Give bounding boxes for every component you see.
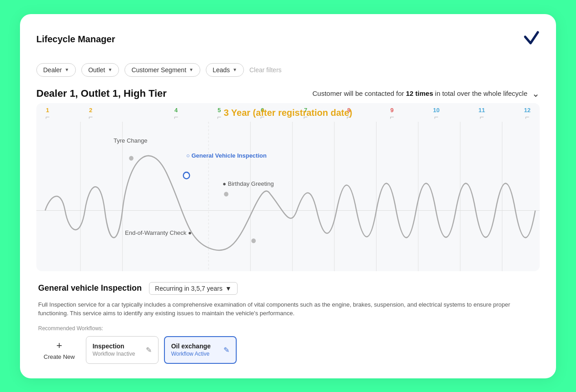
bottom-section: General vehicle Inspection Recurring in …: [36, 282, 540, 364]
recurring-chevron-icon: ▼: [225, 285, 232, 292]
inspection-workflow-name: Inspection: [93, 342, 135, 350]
svg-point-11: [129, 156, 134, 160]
inspection-workflow-card[interactable]: Inspection Workflow Inactive ✎: [86, 336, 159, 364]
oil-exchange-edit-icon[interactable]: ✎: [223, 346, 229, 354]
chart-area: 3 Year (after registration date) 1 ⌐ 2 ⌐…: [36, 103, 540, 271]
leads-chevron-icon: ▼: [233, 67, 237, 72]
clear-filters-button[interactable]: Clear filters: [249, 66, 282, 74]
inspection-header: General vehicle Inspection Recurring in …: [38, 282, 538, 295]
inspection-title: General vehicle Inspection: [38, 283, 142, 293]
dealer-filter[interactable]: Dealer ▼: [36, 63, 76, 77]
svg-point-14: [251, 238, 256, 243]
outlet-filter[interactable]: Outlet ▼: [81, 63, 119, 77]
customer-segment-filter[interactable]: Customer Segment ▼: [124, 63, 200, 77]
dealer-title: Dealer 1, Outlet 1, High Tier: [36, 88, 167, 99]
lifecycle-chart-svg: [36, 103, 540, 271]
dealer-chevron-icon: ▼: [65, 67, 69, 72]
dealer-info-row: Dealer 1, Outlet 1, High Tier Customer w…: [36, 88, 540, 99]
recurring-dropdown[interactable]: Recurring in 3,5,7 years ▼: [149, 282, 238, 295]
inspection-description: Full Inspection service for a car typica…: [38, 300, 538, 318]
contact-info: Customer will be contacted for 12 times …: [313, 88, 540, 99]
recommended-workflows-label: Recommended Workflows:: [38, 325, 538, 332]
birthday-label: ● Birthday Greeting: [223, 180, 274, 187]
app-logo: [521, 29, 540, 50]
workflows-row: + Create New Inspection Workflow Inactiv…: [38, 336, 538, 364]
plus-icon: +: [56, 340, 62, 352]
svg-point-13: [224, 192, 228, 196]
svg-point-12: [184, 172, 190, 179]
gvi-label[interactable]: ○ General Vehicle Inspection: [186, 152, 267, 159]
year-label: 3 Year (after registration date): [223, 108, 352, 118]
oil-exchange-workflow-status: Workflow Active: [171, 351, 211, 357]
customer-segment-chevron-icon: ▼: [189, 67, 194, 72]
create-new-button[interactable]: + Create New: [38, 336, 80, 364]
filters-bar: Dealer ▼ Outlet ▼ Customer Segment ▼ Lea…: [36, 63, 540, 77]
leads-filter[interactable]: Leads ▼: [206, 63, 244, 77]
warranty-label: End-of-Warranty Check ●: [125, 229, 192, 236]
oil-exchange-workflow-card[interactable]: Oil exchange Workflow Active ✎: [164, 336, 237, 364]
app-title: Lifecycle Manager: [36, 34, 115, 45]
header: Lifecycle Manager: [36, 29, 540, 50]
oil-exchange-workflow-info: Oil exchange Workflow Active: [171, 342, 211, 357]
inspection-edit-icon[interactable]: ✎: [146, 346, 152, 354]
inspection-workflow-status: Workflow Inactive: [93, 351, 135, 357]
outlet-chevron-icon: ▼: [108, 67, 113, 72]
main-card: Lifecycle Manager Dealer ▼ Outlet ▼ Cust…: [20, 14, 556, 378]
contact-chevron-icon[interactable]: ⌄: [532, 88, 540, 99]
tyre-change-label: Tyre Change: [114, 137, 147, 144]
oil-exchange-workflow-name: Oil exchange: [171, 342, 211, 350]
inspection-workflow-info: Inspection Workflow Inactive: [93, 342, 135, 357]
